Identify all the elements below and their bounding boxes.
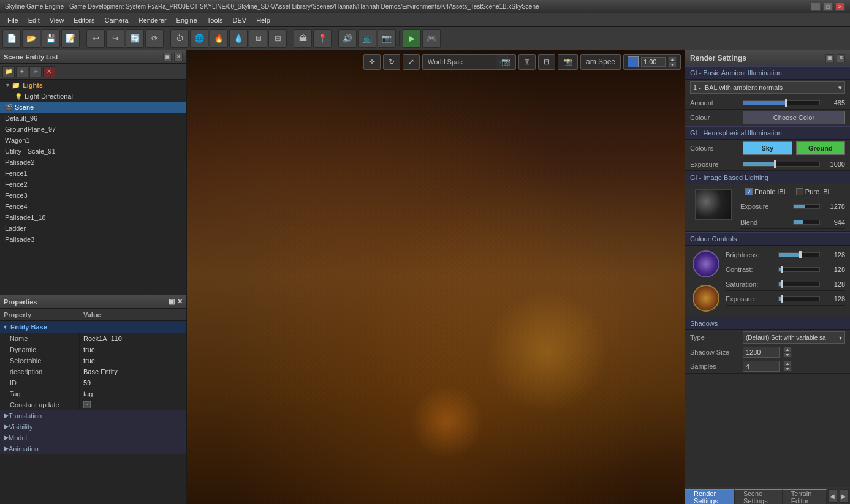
contrast-slider[interactable] [778,267,820,272]
brightness-slider[interactable] [778,252,820,257]
refresh-btn[interactable]: 🔄 [126,29,144,48]
monitor-btn[interactable]: 🖥 [249,29,267,48]
ibl-exposure-slider[interactable] [793,204,820,209]
pure-ibl-checkbox[interactable] [796,188,803,195]
tree-item-fence1[interactable]: Fence1 [0,168,186,179]
rs-close-btn[interactable]: ✕ [837,54,845,62]
menu-editors[interactable]: Editors [69,15,99,25]
tree-item-palisade2[interactable]: Palisade2 [0,157,186,168]
open-btn[interactable]: 📂 [22,29,40,48]
save-as-btn[interactable]: 📝 [61,29,80,48]
menu-camera[interactable]: Camera [100,15,134,25]
gamepad-btn[interactable]: 🎮 [422,29,441,48]
animation-section[interactable]: ▶ Animation [0,443,186,454]
prop-selectable-value[interactable]: true [80,357,186,364]
prop-name-value[interactable]: Rock1A_110 [80,335,186,342]
vp-camera-mode-btn[interactable]: 📷 [496,54,516,70]
vp-rotate-btn[interactable]: ↻ [383,54,400,70]
bottom-nav-right[interactable]: ▶ [840,489,849,503]
delete-btn[interactable]: ✕ [43,66,55,77]
add-item-btn[interactable]: + [16,66,28,77]
shadow-samples-up[interactable]: ▲ [783,361,792,366]
enable-ibl-toggle[interactable]: ✓ Enable IBL [745,188,787,195]
shadow-type-dropdown[interactable]: (Default) Soft with variable sa ▾ [743,331,845,344]
prop-dynamic-value[interactable]: true [80,346,186,353]
constant-update-checkbox[interactable]: ✓ [83,401,91,408]
tree-item-fence4[interactable]: Fence4 [0,201,186,212]
vp-color-swatch[interactable] [628,56,639,67]
tree-item-ladder[interactable]: Ladder [0,223,186,234]
redo-btn[interactable]: ↪ [106,29,124,48]
tree-item-default96[interactable]: Default_96 [0,113,186,124]
refresh2-btn[interactable]: ⟳ [145,29,164,48]
prop-tag-value[interactable]: tag [80,390,186,397]
vp-spin-down[interactable]: ▼ [668,62,677,67]
tree-item-wagon1[interactable]: Wagon1 [0,135,186,146]
tree-item-fence3[interactable]: Fence3 [0,190,186,201]
amount-slider[interactable] [743,100,820,105]
shadow-samples-input[interactable] [743,361,780,372]
add-folder-btn[interactable]: 📁 [2,66,15,77]
shadow-size-down[interactable]: ▼ [783,352,792,358]
undo-btn[interactable]: ↩ [86,29,105,48]
fire-btn[interactable]: 🔥 [210,29,228,48]
water-btn[interactable]: 💧 [229,29,248,48]
add-item2-btn[interactable]: ⊕ [29,66,42,77]
choose-color-btn[interactable]: Choose Color [743,111,845,124]
scene-list-close-btn[interactable]: ✕ [174,53,183,61]
scene-btn[interactable]: 🏔 [294,29,312,48]
saturation-slider[interactable] [778,282,820,287]
menu-file[interactable]: File [2,15,23,25]
vp-screenshot-btn[interactable]: 📸 [558,54,578,70]
enable-ibl-checkbox[interactable]: ✓ [745,188,753,195]
vp-speed-btn[interactable]: am Spee [580,54,621,70]
menu-view[interactable]: View [45,15,69,25]
save-btn[interactable]: 💾 [42,29,60,48]
entity-base-section[interactable]: ▼ Entity Base [0,321,186,333]
translation-section[interactable]: ▶ Translation [0,410,186,421]
clock-btn[interactable]: ⏱ [170,29,189,48]
play-btn[interactable]: ▶ [403,29,421,48]
vp-translate-btn[interactable]: ✛ [363,54,381,70]
menu-renderer[interactable]: Renderer [134,15,172,25]
props-float-btn[interactable]: ▣ [169,298,175,306]
minimize-btn[interactable]: ─ [811,2,821,11]
tree-item-groundplane[interactable]: GroundPlane_97 [0,124,186,135]
vp-value-input[interactable] [641,57,666,67]
vp-grid2-btn[interactable]: ⊟ [538,54,555,70]
viewport[interactable]: ✛ ↻ ⤢ World Spac ▾ 📷 ⊞ ⊟ 📸 am Spee ▲ ▼ [187,50,685,504]
tree-item-palisade3[interactable]: Palisade3 [0,234,186,245]
new-btn[interactable]: 📄 [2,29,21,48]
visibility-section[interactable]: ▶ Visibility [0,421,186,432]
shadow-size-input[interactable] [743,347,780,358]
menu-dev[interactable]: DEV [228,15,252,25]
tree-item-lights[interactable]: ▼ 📁 Lights [0,80,186,91]
tab-scene-settings[interactable]: Scene Settings [735,489,783,504]
hemi-ground-btn[interactable]: Ground [796,141,846,155]
tree-item-light-directional[interactable]: 💡 Light Directional [0,91,186,102]
gi-basic-dropdown[interactable]: 1 - IBAL with ambient normals ▾ [690,81,845,94]
cc-exposure-slider[interactable] [778,296,820,301]
menu-help[interactable]: Help [251,15,275,25]
scene-list-float-btn[interactable]: ▣ [163,53,172,61]
layout-btn[interactable]: ⊞ [268,29,287,48]
bottom-nav-left[interactable]: ◀ [828,489,837,503]
tab-render-settings[interactable]: Render Settings [685,489,735,504]
prop-description-value[interactable]: Base Entity [80,368,186,375]
vp-scale-btn[interactable]: ⤢ [403,54,420,70]
shadow-samples-down[interactable]: ▼ [783,366,792,372]
camera-btn[interactable]: 📷 [378,29,396,48]
tab-terrain-editor[interactable]: Terrain Editor [783,489,827,504]
maximize-btn[interactable]: □ [823,2,833,11]
menu-tools[interactable]: Tools [202,15,228,25]
screen-btn[interactable]: 📺 [358,29,376,48]
ibl-blend-slider[interactable] [793,220,820,225]
menu-engine[interactable]: Engine [172,15,202,25]
hemi-sky-btn[interactable]: Sky [743,141,792,155]
marker-btn[interactable]: 📍 [313,29,332,48]
tree-item-utility-scale[interactable]: Utility - Scale_91 [0,146,186,157]
vp-grid-btn[interactable]: ⊞ [518,54,536,70]
rs-float-btn[interactable]: ▣ [825,54,834,62]
audio-btn[interactable]: 🔊 [338,29,357,48]
vp-spin-up[interactable]: ▲ [668,56,677,62]
